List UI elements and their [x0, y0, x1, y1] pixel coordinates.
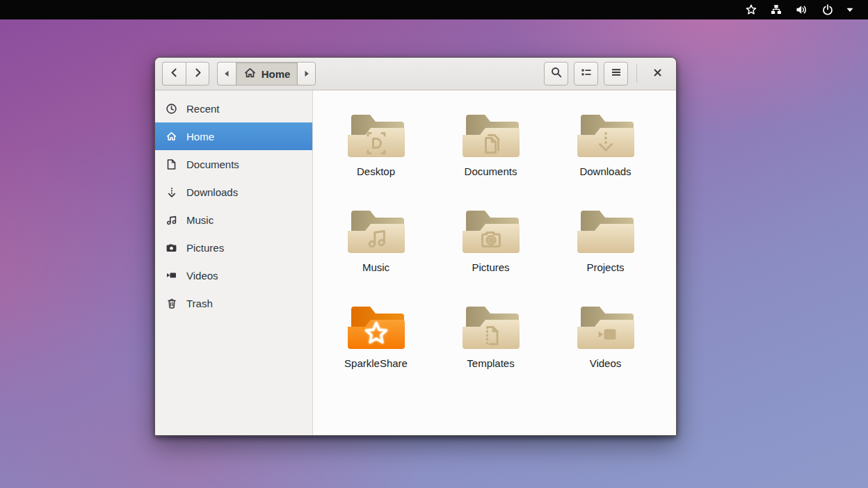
file-item-label: Desktop: [357, 165, 395, 177]
files-window: Home Recen: [154, 57, 677, 436]
sidebar-item-icon: [166, 270, 177, 282]
titlebar[interactable]: Home: [155, 58, 676, 90]
status-power-icon[interactable]: [815, 0, 840, 19]
search-button[interactable]: [544, 62, 568, 86]
history-buttons: [162, 62, 209, 86]
path-scroll-left-button[interactable]: [217, 62, 236, 86]
sidebar-item-icon: [166, 242, 177, 254]
file-item-desktop[interactable]: .em-s{fill:none}.em-f{fill:#c6b186;strok…: [319, 106, 433, 202]
home-icon: [243, 67, 257, 81]
folder-icon: .em-s{fill:none}.em-f{fill:#c6b186;strok…: [572, 203, 639, 259]
file-item-label: Videos: [590, 357, 622, 369]
file-item-videos[interactable]: .em-s{fill:none}.em-f{fill:#c6b186;strok…: [548, 298, 663, 393]
file-item-label: Projects: [586, 261, 624, 273]
back-button[interactable]: [162, 62, 186, 86]
file-item-downloads[interactable]: .em-s{fill:none}.em-f{fill:#c6b186;strok…: [548, 106, 663, 202]
folder-icon: .em-s{fill:none}.em-f{fill:#ffffff;strok…: [343, 299, 410, 355]
path-scroll-right-button[interactable]: [297, 62, 316, 86]
file-item-music[interactable]: .em-s{fill:none}.em-f{fill:#c6b186;strok…: [319, 202, 433, 298]
sidebar-item-label: Documents: [186, 158, 239, 170]
titlebar-actions: [544, 62, 669, 86]
close-icon: [652, 67, 663, 81]
folder-icon: .em-s{fill:none}.em-f{fill:#c6b186;strok…: [572, 299, 639, 355]
status-volume-icon[interactable]: [789, 0, 815, 19]
sidebar-item-label: Home: [186, 131, 214, 143]
status-network-icon[interactable]: [764, 0, 789, 19]
sidebar-item-icon: [166, 158, 177, 170]
menu-button[interactable]: [604, 62, 628, 86]
chevron-left-icon: [168, 67, 180, 81]
file-item-pictures[interactable]: .em-s{fill:none}.em-f{fill:#c6b186;strok…: [433, 202, 548, 298]
sidebar-item-downloads[interactable]: Downloads: [155, 178, 312, 206]
sidebar-item-label: Recent: [186, 103, 220, 115]
file-item-label: SparkleShare: [344, 357, 408, 369]
folder-icon: .em-s{fill:none}.em-f{fill:#c6b186;strok…: [343, 107, 410, 163]
file-item-label: Music: [362, 261, 389, 273]
sidebar-item-pictures[interactable]: Pictures: [155, 234, 312, 261]
path-bar: Home: [217, 62, 316, 86]
folder-icon: .em-s{fill:none}.em-f{fill:#c6b186;strok…: [458, 107, 524, 163]
status-system-menu-caret-icon[interactable]: [840, 0, 860, 19]
file-grid: .em-s{fill:none}.em-f{fill:#c6b186;strok…: [313, 90, 676, 435]
chevron-right-icon: [192, 67, 204, 81]
triangle-left-icon: [224, 67, 230, 80]
file-item-label: Templates: [467, 357, 514, 369]
path-location-label: Home: [262, 68, 291, 80]
hamburger-menu-icon: [610, 67, 622, 81]
view-list-button[interactable]: [574, 62, 598, 86]
sidebar: Recent Home Documents Downloads Music Pi…: [155, 90, 313, 435]
status-area: [739, 0, 860, 19]
top-bar: [0, 0, 868, 19]
sidebar-item-recent[interactable]: Recent: [155, 95, 312, 122]
folder-icon: .em-s{fill:none}.em-f{fill:#c6b186;strok…: [458, 203, 524, 259]
close-button[interactable]: [645, 62, 669, 86]
file-item-label: Documents: [465, 165, 517, 177]
sidebar-item-label: Downloads: [186, 186, 238, 198]
file-item-label: Pictures: [472, 261, 509, 273]
file-item-templates[interactable]: .em-s{fill:none}.em-f{fill:#c6b186;strok…: [433, 298, 548, 393]
titlebar-separator: [636, 65, 637, 83]
sidebar-item-label: Trash: [186, 298, 213, 309]
path-home-button[interactable]: Home: [236, 62, 297, 86]
file-item-label: Downloads: [579, 165, 631, 177]
sidebar-item-icon: [166, 131, 177, 143]
sidebar-item-videos[interactable]: Videos: [155, 261, 312, 289]
folder-icon: .em-s{fill:none}.em-f{fill:#c6b186;strok…: [343, 203, 410, 259]
sidebar-item-icon: [166, 103, 177, 115]
sidebar-item-icon: [166, 186, 177, 198]
sidebar-item-label: Music: [186, 214, 214, 226]
window-body: Recent Home Documents Downloads Music Pi…: [155, 90, 676, 435]
sidebar-item-icon: [166, 298, 177, 309]
sidebar-item-music[interactable]: Music: [155, 206, 312, 234]
sidebar-item-home[interactable]: Home: [155, 122, 312, 150]
sidebar-item-trash[interactable]: Trash: [155, 289, 312, 317]
sidebar-item-label: Videos: [186, 270, 218, 282]
file-item-documents[interactable]: .em-s{fill:none}.em-f{fill:#c6b186;strok…: [433, 106, 548, 202]
search-icon: [550, 66, 563, 81]
folder-icon: .em-s{fill:none}.em-f{fill:#c6b186;strok…: [572, 107, 639, 163]
file-item-projects[interactable]: .em-s{fill:none}.em-f{fill:#c6b186;strok…: [548, 202, 663, 298]
sidebar-item-documents[interactable]: Documents: [155, 150, 312, 178]
sidebar-item-icon: [166, 214, 177, 226]
forward-button[interactable]: [186, 62, 209, 86]
file-item-sparkleshare[interactable]: .em-s{fill:none}.em-f{fill:#ffffff;strok…: [319, 298, 433, 393]
folder-icon: .em-s{fill:none}.em-f{fill:#c6b186;strok…: [458, 299, 524, 355]
triangle-right-icon: [304, 67, 310, 80]
list-view-icon: [580, 67, 593, 81]
sidebar-item-label: Pictures: [186, 242, 224, 254]
status-favorites-star-icon[interactable]: [739, 0, 764, 19]
